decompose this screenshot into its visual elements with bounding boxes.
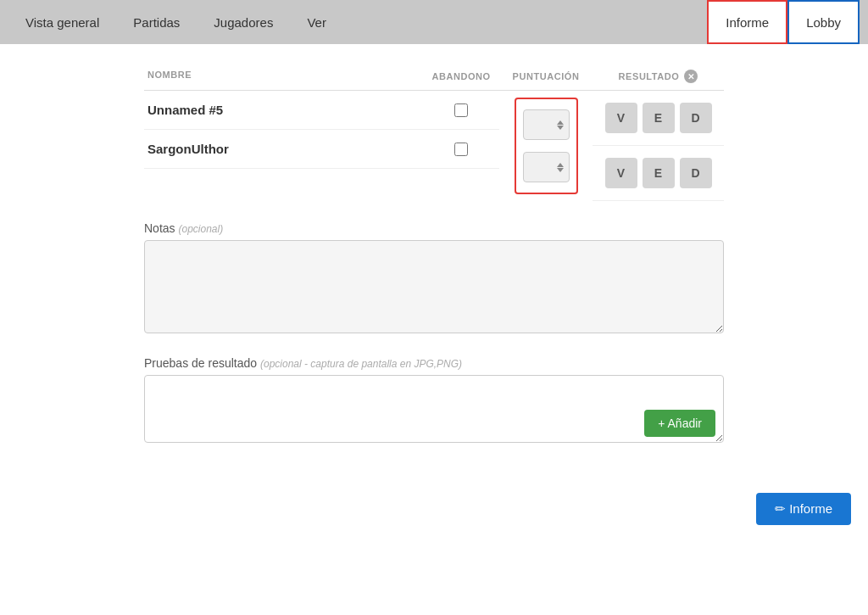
header-nombre: Nombre	[144, 70, 423, 83]
pruebas-textarea[interactable]	[144, 375, 724, 443]
pruebas-label: Pruebas de resultado (opcional - captura…	[144, 356, 724, 370]
nav-lobby[interactable]: Lobby	[787, 0, 860, 44]
player-2-resultado: V E D	[593, 146, 724, 201]
nav-partidas[interactable]: Partidas	[116, 0, 197, 44]
notes-textarea[interactable]	[144, 240, 724, 333]
header-abandono: Abandono	[423, 70, 499, 83]
player-2-score-down[interactable]	[557, 168, 564, 172]
top-navigation: Vista general Partidas Jugadores Ver Inf…	[0, 0, 868, 44]
player-1-result-e[interactable]: E	[643, 103, 675, 133]
player-1-score-input[interactable]	[523, 109, 570, 140]
pruebas-section: Pruebas de resultado (opcional - captura…	[144, 356, 724, 445]
player-2-result-e[interactable]: E	[643, 158, 675, 188]
player-2-score-arrows[interactable]	[557, 163, 564, 172]
pruebas-container: + Añadir	[144, 375, 724, 445]
player-2-abandono-checkbox[interactable]	[454, 143, 468, 156]
notes-label: Notas (opcional)	[144, 221, 724, 235]
informe-submit-button[interactable]: ✏ Informe	[756, 493, 851, 525]
header-resultado: Resultado ✕	[593, 70, 724, 83]
table-header: Nombre Abandono Puntuación Resultado ✕	[144, 70, 724, 91]
player-1-result-v[interactable]: V	[605, 103, 637, 133]
player-1-score-arrows[interactable]	[557, 120, 564, 130]
notes-section: Notas (opcional)	[144, 221, 724, 336]
player-2-result-v[interactable]: V	[605, 158, 637, 188]
player-1-name: Unnamed #5	[144, 103, 423, 117]
nav-ver[interactable]: Ver	[290, 0, 343, 44]
main-content: Nombre Abandono Puntuación Resultado ✕ U…	[0, 44, 868, 471]
resultado-close-icon[interactable]: ✕	[684, 70, 698, 83]
nav-jugadores[interactable]: Jugadores	[197, 0, 290, 44]
player-2-score-input[interactable]	[523, 152, 570, 182]
player-1-result-d[interactable]: D	[680, 103, 712, 133]
nav-informe[interactable]: Informe	[707, 0, 787, 44]
player-2-score-up[interactable]	[557, 163, 564, 167]
player-2-result-d[interactable]: D	[680, 158, 712, 188]
player-2-name: SargonUlthor	[144, 142, 423, 156]
player-1-abandono-checkbox[interactable]	[454, 103, 468, 117]
header-puntuacion: Puntuación	[499, 70, 593, 83]
add-prueba-button[interactable]: + Añadir	[644, 410, 715, 437]
players-table: Nombre Abandono Puntuación Resultado ✕ U…	[144, 70, 724, 201]
puntuacion-highlight-box	[515, 98, 578, 194]
player-1-resultado: V E D	[593, 91, 724, 146]
bottom-bar: ✏ Informe	[0, 479, 868, 539]
nav-vista-general[interactable]: Vista general	[8, 0, 116, 44]
player-1-score-up[interactable]	[557, 120, 564, 125]
player-1-score-down[interactable]	[557, 126, 564, 130]
